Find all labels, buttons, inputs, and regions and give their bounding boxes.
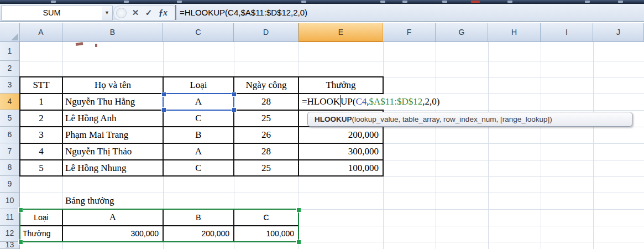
insert-function-icon[interactable]: ƒx (157, 6, 169, 19)
table-border (383, 76, 384, 94)
formula-bar-separator (175, 5, 176, 20)
table-border (19, 143, 384, 144)
formula-segment: C4 (356, 96, 367, 107)
cell-C8[interactable]: C (163, 160, 234, 176)
row-header-1[interactable]: 1 (0, 42, 20, 61)
column-header-C[interactable]: C (163, 23, 234, 42)
cell-B3[interactable]: Họ và tên (62, 77, 163, 94)
tooltip-arguments: (lookup_value, table_array, row_index_nu… (352, 115, 552, 123)
formula-button-group: ✕ ✓ ƒx (113, 6, 175, 20)
cell-C6[interactable]: B (163, 127, 234, 143)
formula-input[interactable]: =HLOOKUP(C4,$A$11:$D$12,2,0) (180, 6, 307, 19)
cell-E8[interactable]: 100,000 (299, 160, 383, 176)
ribbon-speck (618, 1, 623, 3)
cell-D3[interactable]: Ngày công (234, 77, 299, 94)
gridline-vertical (488, 42, 489, 249)
row-header-8[interactable]: 8 (0, 160, 20, 176)
cell-D8[interactable]: 25 (234, 160, 299, 176)
reference-handle[interactable] (161, 92, 166, 97)
reference-border-c4 (163, 93, 234, 111)
select-all-triangle-icon (11, 33, 18, 40)
column-header-H[interactable]: H (488, 23, 541, 42)
gridline-horizontal (20, 61, 644, 61)
formula-segment: $A$11:$D$12 (369, 96, 423, 107)
cell-B8[interactable]: Lê Hồng Nhung (62, 160, 163, 176)
ribbon-speck (585, 1, 590, 3)
cell-e4-formula[interactable]: =HLOOKUP(C4,$A$11:$D$12,2,0) (300, 95, 439, 109)
insert-function-ghost-icon (116, 8, 127, 18)
column-header-F[interactable]: F (383, 23, 436, 42)
select-all-corner[interactable] (0, 23, 20, 42)
function-tooltip: HLOOKUP(lookup_value, table_array, row_i… (307, 112, 632, 127)
row-header-6[interactable]: 6 (0, 127, 20, 143)
column-header-G[interactable]: G (436, 23, 488, 42)
cell-E6[interactable]: 200,000 (299, 127, 383, 143)
formula-bar: SUM ▼ ✕ ✓ ƒx =HLOOKUP(C4,$A$11:$D$12,2,0… (0, 4, 644, 22)
formula-segment: =HLOOK (302, 96, 340, 107)
cell-E3[interactable]: Thưởng (299, 77, 383, 94)
gridline-vertical (436, 42, 436, 249)
row-header-9[interactable]: 9 (0, 176, 20, 193)
cancel-icon[interactable]: ✕ (129, 6, 142, 19)
reference-handle[interactable] (161, 107, 166, 112)
cell-B4[interactable]: Nguyễn Thu Hằng (62, 94, 163, 110)
ribbon-red-icon-edge (471, 1, 480, 3)
cell-A4[interactable]: 1 (20, 94, 62, 110)
table-border (19, 175, 384, 177)
cell-A3[interactable]: STT (20, 77, 62, 94)
cell-C3[interactable]: Loại (163, 77, 234, 94)
cell-B7[interactable]: Nguyễn Thị Thảo (62, 143, 163, 160)
cell-D4[interactable]: 28 (234, 94, 299, 110)
reference-handle[interactable] (232, 92, 237, 97)
row-header-11[interactable]: 11 (0, 209, 20, 226)
row-header-3[interactable]: 3 (0, 77, 20, 94)
cell-A6[interactable]: 3 (20, 127, 62, 143)
reference-handle[interactable] (18, 240, 23, 245)
cell-C5[interactable]: C (163, 110, 234, 127)
cell-B6[interactable]: Phạm Mai Trang (62, 127, 163, 143)
ribbon-speck (301, 1, 306, 3)
column-header-J[interactable]: J (593, 23, 644, 42)
row-header-10[interactable]: 10 (0, 193, 20, 209)
cell-C7[interactable]: A (163, 143, 234, 160)
formula-segment: ,2,0) (422, 96, 439, 107)
reference-handle[interactable] (296, 208, 301, 212)
screenshot-artifact (76, 42, 83, 46)
cell-B5[interactable]: Lê Hồng Anh (62, 110, 163, 127)
column-header-E[interactable]: E (299, 23, 383, 42)
reference-border-a11-d12 (19, 209, 299, 242)
ribbon-speck (177, 1, 182, 3)
column-header-A[interactable]: A (20, 23, 62, 42)
gridline-vertical (541, 42, 541, 249)
row-header-4[interactable]: 4 (0, 94, 20, 110)
enter-icon[interactable]: ✓ (143, 6, 155, 19)
reference-handle[interactable] (232, 107, 237, 112)
reference-handle[interactable] (18, 208, 23, 212)
column-header-D[interactable]: D (234, 23, 299, 42)
tooltip-function-name: HLOOKUP (315, 115, 352, 123)
cell-B10[interactable]: Bảng thưởng (62, 193, 163, 209)
cell-A7[interactable]: 4 (20, 143, 62, 160)
row-header-12[interactable]: 12 (0, 226, 20, 242)
ribbon-speck (442, 1, 447, 3)
ribbon-speck (51, 1, 56, 3)
screenshot-artifact (95, 44, 97, 47)
excel-window: SUM ▼ ✕ ✓ ƒx =HLOOKUP(C4,$A$11:$D$12,2,0… (0, 0, 644, 249)
cell-D7[interactable]: 28 (234, 143, 299, 160)
name-box[interactable]: SUM (1, 6, 102, 20)
cell-D5[interactable]: 25 (234, 110, 299, 127)
row-header-5[interactable]: 5 (0, 110, 20, 127)
cell-D6[interactable]: 26 (234, 127, 299, 143)
ribbon-speck (507, 1, 512, 3)
row-header-13[interactable]: 13 (0, 242, 20, 249)
column-header-I[interactable]: I (541, 23, 593, 42)
cell-E7[interactable]: 300,000 (299, 143, 383, 160)
cell-A5[interactable]: 2 (20, 110, 62, 127)
cell-A8[interactable]: 5 (20, 160, 62, 176)
row-header-2[interactable]: 2 (0, 61, 20, 77)
row-header-7[interactable]: 7 (0, 143, 20, 160)
table-border (19, 76, 384, 77)
name-box-dropdown-icon[interactable]: ▼ (102, 6, 113, 20)
column-header-B[interactable]: B (62, 23, 163, 42)
reference-handle[interactable] (296, 240, 301, 245)
